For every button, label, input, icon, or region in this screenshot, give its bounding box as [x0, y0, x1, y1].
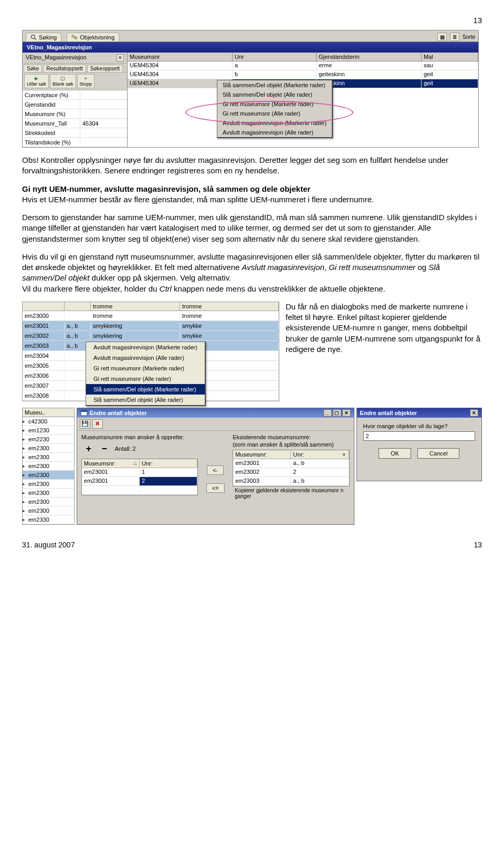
transfer-left-button[interactable]: <-: [207, 465, 224, 475]
subtab-sokeoppsett[interactable]: Søkeoppsett: [87, 65, 123, 72]
col-museumsnr[interactable]: Museumsnr:: [233, 450, 291, 459]
table-row[interactable]: em230012: [82, 477, 197, 486]
menu-item[interactable]: Avslutt magasinrevisjon (Markerte rader): [217, 118, 332, 128]
quantity-input[interactable]: 2: [363, 431, 475, 441]
list-item[interactable]: em2300: [26, 507, 51, 514]
table-row[interactable]: em230022: [233, 468, 349, 477]
stop-button[interactable]: ●Stopp: [77, 74, 95, 88]
menu-item[interactable]: Avslutt magasinrevisjon (Alle rader): [217, 128, 332, 137]
field-gjenstandid: Gjenstandid: [23, 101, 80, 108]
sort-label: Sorte: [463, 34, 475, 40]
blank-search-button[interactable]: ▢Blank søk: [50, 74, 76, 88]
context-menu[interactable]: Avslutt magasinrevisjon (Markerte rader)…: [86, 341, 206, 406]
tab-soking[interactable]: Søking: [26, 33, 61, 42]
field-currentplace: Currentplace (%): [23, 91, 80, 99]
table-row[interactable]: UEM45304aermesau: [128, 61, 478, 70]
search-icon: [30, 34, 37, 40]
sort-icon[interactable]: ≣: [450, 33, 459, 41]
toolbar-icon[interactable]: ▦: [437, 33, 447, 41]
label: (som man ønsker å splitte/slå sammen): [233, 441, 349, 448]
delete-icon[interactable]: ✖: [92, 419, 103, 429]
menu-item[interactable]: Avslutt magasinrevisjon (Alle rader): [86, 353, 205, 363]
save-icon[interactable]: 💾: [80, 419, 90, 429]
col-term[interactable]: Gjenstandsterm: [317, 53, 422, 61]
hint-text: Kopierer gjeldende eksisterende museumsn…: [233, 486, 349, 500]
list-item[interactable]: em2300: [26, 489, 51, 496]
svg-rect-2: [72, 35, 74, 37]
field-tilstandskode: Tilstandskode (%): [23, 139, 80, 146]
minimize-button[interactable]: _: [323, 409, 332, 417]
menu-item[interactable]: Gi rett museumsnr (Markerte rader): [217, 99, 332, 109]
window-titlebar: VEtno_Magasinrevisjon: [23, 42, 478, 53]
col-mat[interactable]: Mal: [422, 53, 478, 61]
list-item[interactable]: em2300: [26, 453, 51, 461]
tab-label: Objektvisning: [80, 34, 114, 40]
menu-item-highlighted[interactable]: Slå sammen/Del objekt (Markerte rader): [86, 384, 205, 395]
cancel-button[interactable]: Cancel: [417, 448, 459, 459]
list-item[interactable]: em2300: [26, 444, 51, 452]
paragraph: Du får nå en dialogboks med de markerte …: [286, 302, 482, 355]
col-unr[interactable]: Unr:: [140, 459, 197, 468]
col-unr[interactable]: Unr: [233, 53, 317, 61]
svg-point-0: [32, 35, 35, 39]
pane-title: VEtno_Magasinrevisjon: [26, 54, 87, 61]
objects-icon: [71, 34, 78, 40]
paragraph: Dersom to gjenstander har samme UEM-numm…: [22, 212, 482, 244]
plus-button[interactable]: +: [83, 443, 94, 454]
col-museumsnr[interactable]: Museumsnr:△: [82, 459, 140, 468]
tab-objektvisning[interactable]: Objektvisning: [67, 33, 119, 42]
left-list: Museu.. ▸c42300 ▸em1230 ▸em2230 ▸em2300 …: [22, 408, 75, 525]
svg-line-1: [35, 38, 36, 40]
dialog-endre-antall: Endre antall objekter ✕ Hvor mange objek…: [356, 408, 482, 481]
field-input[interactable]: [80, 95, 127, 96]
menu-item[interactable]: Gi rett museumsnr (Alle rader): [217, 109, 332, 118]
table-row[interactable]: em23001a., b: [233, 459, 349, 468]
subtab-soke[interactable]: Søke: [24, 65, 42, 72]
list-item[interactable]: em1230: [26, 427, 51, 434]
table-row[interactable]: UEM45304bgeiteskinngeit: [128, 70, 478, 79]
table-row[interactable]: em23003a., b: [233, 477, 349, 486]
menu-item[interactable]: Avslutt magasinrevisjon (Markerte rader): [86, 342, 205, 353]
count-label: Antall: 2: [115, 446, 136, 452]
window-endre-antall: Endre antall objekter _ ▢ ✕ 💾 ✖ Museumsn…: [77, 408, 354, 525]
subtab-resultat[interactable]: Resultatoppsett: [43, 65, 86, 72]
col-header: Museu..: [25, 409, 45, 416]
menu-item[interactable]: Slå sammen/Del objekt (Alle rader): [217, 90, 332, 99]
col-museumsnr[interactable]: Museumsnr: [128, 53, 233, 61]
menu-item[interactable]: Gi rett museumsnr (Markerte rader): [86, 363, 205, 374]
ok-button[interactable]: OK: [379, 448, 411, 459]
list-item[interactable]: em2230: [26, 436, 51, 443]
list-item[interactable]: c42300: [26, 418, 49, 425]
list-item[interactable]: em2330: [26, 516, 51, 523]
table-row[interactable]: em23002a., bsmykkeringsmykke: [23, 331, 279, 341]
list-item[interactable]: em2300: [26, 462, 51, 470]
list-item[interactable]: em2300: [26, 498, 51, 505]
run-search-button[interactable]: ▶Utfør søk: [24, 74, 49, 88]
table-row[interactable]: em230011: [82, 468, 197, 477]
context-menu[interactable]: Slå sammen/Del objekt (Markerte rader) S…: [217, 80, 333, 138]
window-title: Endre antall objekter: [90, 410, 147, 416]
search-panel: VEtno_Magasinrevisjon ✕ Søke Resultatopp…: [23, 53, 128, 147]
list-item[interactable]: em2300: [26, 480, 51, 488]
dialog-title: Endre antall objekter: [360, 410, 417, 416]
minus-button[interactable]: −: [99, 443, 110, 454]
field-value[interactable]: 45304: [80, 120, 127, 127]
window-icon: [80, 410, 88, 416]
col-unr[interactable]: Unr:▲: [291, 450, 349, 459]
scroll-up-icon[interactable]: ▲: [342, 451, 346, 458]
footer-date: 31. august 2007: [22, 541, 75, 549]
list-item[interactable]: em2300: [26, 471, 51, 479]
transfer-all-button[interactable]: <=: [206, 483, 225, 493]
results-grid: Museumsnr Unr Gjenstandsterm Mal UEM4530…: [128, 53, 478, 147]
paragraph: Hvis du vil gi en gjenstand nytt museums…: [22, 252, 482, 294]
table-row[interactable]: em23001a., bsmykkeringsmykke: [23, 321, 279, 331]
close-icon[interactable]: ✕: [117, 54, 124, 61]
menu-item[interactable]: Slå sammen/Del objekt (Alle rader): [86, 395, 205, 405]
maximize-button[interactable]: ▢: [333, 409, 341, 417]
table-row[interactable]: em23000trommetromme: [23, 311, 279, 321]
close-button[interactable]: ✕: [342, 409, 351, 417]
menu-item[interactable]: Slå sammen/Del objekt (Markerte rader): [217, 80, 332, 90]
sort-asc-icon: △: [133, 460, 137, 467]
menu-item[interactable]: Gi rett museumsnr (Alle rader): [86, 374, 205, 384]
close-button[interactable]: ✕: [470, 409, 478, 417]
